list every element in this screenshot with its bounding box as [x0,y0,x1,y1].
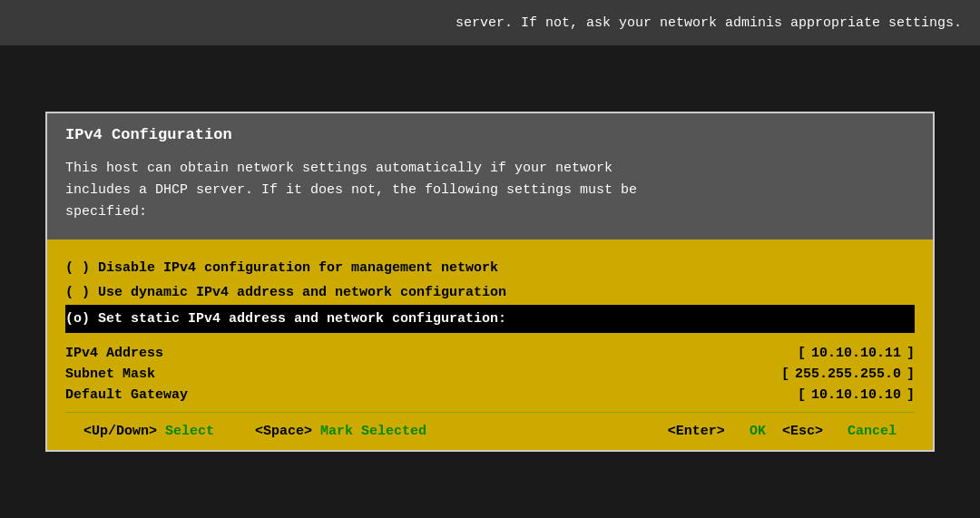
top-bar: server. If not, ask your network adminis… [0,0,980,45]
main-area: IPv4 Configuration This host can obtain … [0,45,980,518]
radio-options: ( ) Disable IPv4 configuration for manag… [65,256,915,333]
gateway-bracket-close: ] [906,387,915,403]
key-enter-group: <Enter> OK [668,424,766,439]
field-row-ipv4[interactable]: IPv4 Address [ 10.10.10.11 ] [65,346,915,361]
ipv4-bracket-open: [ [798,346,806,361]
subnet-label: Subnet Mask [65,367,265,382]
action-cancel[interactable]: Cancel [848,424,897,439]
dialog-box: IPv4 Configuration This host can obtain … [45,112,935,452]
key-updown: <Up/Down> [83,424,157,439]
gateway-bracket-open: [ [798,387,806,403]
dialog-description: This host can obtain network settings au… [65,158,915,223]
action-select: Select [165,424,214,439]
ipv4-bracket-close: ] [906,346,915,361]
key-space: <Space> [255,424,312,439]
key-enter: <Enter> [668,424,725,439]
field-row-subnet[interactable]: Subnet Mask [ 255.255.255.0 ] [65,367,915,382]
subnet-bracket-close: ] [906,367,915,382]
key-esc: <Esc> [782,424,823,439]
option-disable[interactable]: ( ) Disable IPv4 configuration for manag… [65,256,915,280]
subnet-bracket-open: [ [781,367,789,382]
dialog-body: ( ) Disable IPv4 configuration for manag… [47,239,933,450]
option-dynamic[interactable]: ( ) Use dynamic IPv4 address and network… [65,280,915,305]
action-ok[interactable]: OK [750,424,766,439]
key-esc-group: <Esc> Cancel [782,424,897,439]
dialog-title: IPv4 Configuration [65,126,915,143]
action-mark: Mark Selected [320,424,426,439]
footer-right: <Enter> OK <Esc> Cancel [668,424,897,439]
ipv4-value: 10.10.10.11 [811,346,901,361]
option-static[interactable]: (o) Set static IPv4 address and network … [65,305,915,333]
gateway-value: 10.10.10.10 [811,387,901,403]
dialog-header: IPv4 Configuration This host can obtain … [47,113,933,239]
footer-bar: <Up/Down> Select <Space> Mark Selected <… [65,412,915,450]
gateway-label: Default Gateway [65,387,265,403]
top-bar-text: server. If not, ask your network adminis… [456,15,962,31]
ipv4-label: IPv4 Address [65,346,265,361]
subnet-value: 255.255.255.0 [795,367,901,382]
field-row-gateway[interactable]: Default Gateway [ 10.10.10.10 ] [65,387,915,403]
field-section: IPv4 Address [ 10.10.10.11 ] Subnet Mask… [65,346,915,403]
